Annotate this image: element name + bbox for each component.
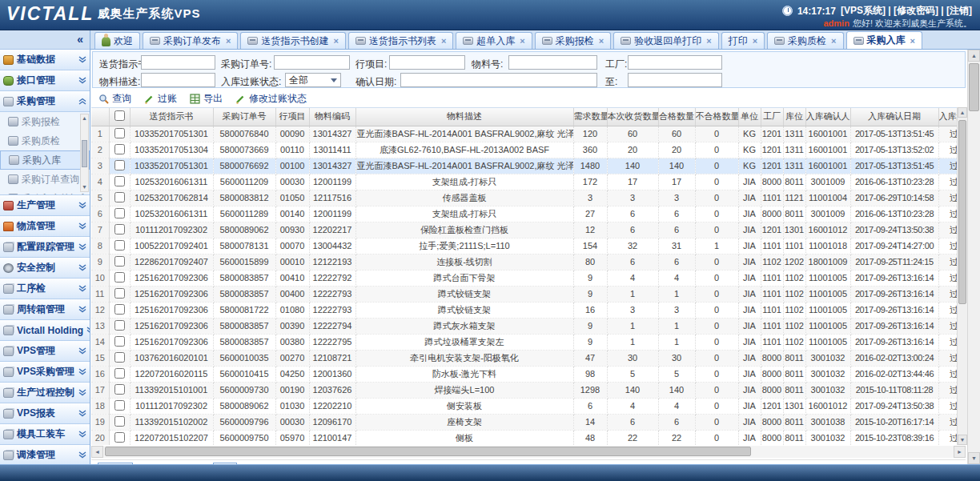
delivery-note-input[interactable] — [141, 55, 215, 70]
table-row[interactable]: 2 103352017051304 5800073669 00110 13011… — [91, 142, 966, 158]
tab[interactable]: 采购订单发布 × — [143, 32, 238, 49]
sidebar-item[interactable]: 采购质检 — [0, 131, 90, 150]
table-row[interactable]: 6 102532016061311 5600011289 00140 12001… — [91, 206, 966, 222]
scroll-up-icon[interactable]: ▲ — [968, 50, 980, 62]
column-header[interactable]: 不合格数量 — [695, 108, 738, 126]
po-no-input[interactable] — [274, 55, 350, 70]
scroll-down-icon[interactable]: ▼ — [968, 452, 980, 464]
row-checkbox[interactable] — [114, 384, 125, 395]
close-icon[interactable]: × — [706, 36, 711, 46]
table-row[interactable]: 10 125162017092306 5800083857 00410 1222… — [91, 270, 966, 286]
tab[interactable]: 送货指示书列表 × — [348, 32, 453, 49]
scroll-up-icon[interactable]: ▲ — [81, 114, 88, 122]
sidebar-group[interactable]: 生产管理 — [0, 195, 90, 216]
sidebar-group[interactable]: VPS报表 — [0, 403, 90, 424]
table-row[interactable]: 7 101112017092302 5800089062 00930 12202… — [91, 222, 966, 238]
tab[interactable]: 送货指示书创建 × — [240, 32, 345, 49]
table-row[interactable]: 17 113392015101001 5600009730 00190 1203… — [91, 382, 966, 398]
material-no-input[interactable] — [508, 55, 597, 70]
row-checkbox[interactable] — [114, 368, 125, 379]
row-checkbox[interactable] — [114, 272, 125, 283]
tab[interactable]: 验收退回单打印 × — [613, 32, 718, 49]
column-header[interactable]: 单位 — [738, 108, 761, 126]
close-icon[interactable]: × — [831, 36, 836, 46]
row-checkbox[interactable] — [114, 432, 125, 443]
scroll-up-icon[interactable]: ▲ — [958, 107, 967, 118]
column-header[interactable]: 送货指示书 — [130, 108, 213, 126]
tab[interactable]: 采购报检 × — [535, 32, 611, 49]
table-vertical-scrollbar[interactable]: ▲ ▼ — [957, 107, 967, 445]
scroll-left-icon[interactable]: ◄ — [91, 446, 103, 458]
close-icon[interactable]: × — [333, 36, 338, 46]
sidebar-group[interactable]: 周转箱管理 — [0, 299, 90, 320]
sidebar-group[interactable]: 生产过程控制 — [0, 383, 90, 403]
sidebar-item[interactable]: 采购订单查询 — [0, 170, 90, 189]
row-checkbox[interactable] — [114, 176, 125, 186]
close-icon[interactable]: × — [226, 36, 231, 46]
line-item-input[interactable] — [389, 55, 465, 70]
table-row[interactable]: 8 100522017092401 5800078131 00070 13004… — [91, 238, 966, 254]
table-row[interactable]: 16 122072016020115 5600010415 04250 1200… — [91, 366, 966, 382]
page-scrollbar[interactable]: ▲ ▼ — [967, 50, 980, 464]
scroll-thumb[interactable] — [969, 63, 979, 111]
material-desc-input[interactable] — [141, 73, 215, 87]
tab[interactable]: 采购质检 × — [767, 32, 843, 49]
tab[interactable]: 采购入库 × — [846, 31, 922, 49]
column-header[interactable]: 本次收货数量 — [607, 108, 658, 126]
row-checkbox[interactable] — [114, 320, 125, 331]
table-row[interactable]: 15 103762016020101 5600010035 00270 1210… — [91, 350, 966, 366]
row-checkbox[interactable] — [114, 128, 125, 138]
sidebar-item[interactable]: 采购入库 — [0, 150, 90, 170]
posting-status-select[interactable]: 全部 — [285, 73, 341, 87]
submenu-scrollbar[interactable]: ▲ ▼ — [80, 114, 89, 192]
scroll-thumb[interactable] — [105, 447, 751, 456]
sidebar-group[interactable]: 工序检 — [0, 279, 90, 299]
column-header[interactable]: 工厂 — [761, 108, 783, 126]
table-row[interactable]: 4 102532016061311 5600011209 00030 12001… — [91, 174, 966, 190]
sidebar-item[interactable]: 采购报检 — [0, 112, 90, 131]
search-button[interactable]: 查询 — [98, 92, 131, 106]
table-row[interactable]: 9 122862017092407 5600015899 00010 12122… — [91, 254, 966, 270]
date-to-input[interactable] — [628, 73, 722, 87]
table-row[interactable]: 11 125162017092306 5800083857 00400 1222… — [91, 286, 966, 302]
column-header[interactable]: 合格数量 — [658, 108, 695, 126]
table-row[interactable]: 14 125162017092306 5800083857 00380 1222… — [91, 334, 966, 350]
sidebar-group[interactable]: 物流管理 — [0, 216, 90, 237]
session-links[interactable]: [VPS系统] | [修改密码] | [注销] — [841, 4, 972, 18]
row-checkbox[interactable] — [114, 192, 125, 202]
row-checkbox[interactable] — [114, 336, 125, 347]
close-icon[interactable]: × — [441, 36, 446, 46]
table-row[interactable]: 13 125162017092306 5800083857 00390 1222… — [91, 318, 966, 334]
confirm-date-input[interactable] — [400, 73, 597, 87]
table-row[interactable]: 18 101112017092302 5800089062 01030 1220… — [91, 398, 966, 414]
row-checkbox[interactable] — [114, 240, 125, 251]
close-icon[interactable]: × — [753, 36, 757, 46]
row-checkbox[interactable] — [114, 256, 125, 267]
scroll-down-icon[interactable]: ▼ — [958, 435, 967, 445]
table-row[interactable]: 12 125162017092306 5800081722 01080 1222… — [91, 302, 966, 318]
tab[interactable]: 打印 × — [721, 32, 765, 49]
row-checkbox[interactable] — [114, 208, 125, 218]
sidebar-group[interactable]: VPS管理 — [0, 341, 90, 362]
sidebar-item[interactable]: 采购入库单打印 — [0, 189, 90, 195]
sidebar-collapse-button[interactable]: « — [77, 33, 83, 46]
row-checkbox[interactable] — [114, 224, 125, 234]
column-header[interactable]: 采购订单号 — [213, 108, 275, 126]
sidebar-group[interactable]: 模具工装车 — [0, 424, 90, 445]
sidebar-group[interactable]: VPS采购管理 — [0, 362, 90, 383]
row-checkbox[interactable] — [114, 352, 125, 363]
scroll-thumb[interactable] — [82, 140, 87, 167]
table-row[interactable]: 20 122072015102207 5600009750 05970 1210… — [91, 430, 966, 445]
sidebar-group[interactable]: 配置跟踪管理 — [0, 237, 90, 258]
modify-status-button[interactable]: 修改过账状态 — [235, 92, 307, 106]
select-all-checkbox[interactable] — [114, 110, 125, 121]
tab[interactable]: 超单入库 × — [456, 32, 532, 49]
row-checkbox[interactable] — [114, 144, 125, 154]
column-header[interactable]: 需求数量 — [573, 108, 607, 126]
tab[interactable]: 欢迎 — [94, 32, 140, 49]
row-checkbox[interactable] — [114, 304, 125, 315]
post-button[interactable]: 过账 — [144, 92, 177, 106]
column-header[interactable]: 行项目 — [275, 108, 309, 126]
close-icon[interactable]: × — [910, 36, 915, 46]
sidebar-group[interactable]: Victall Holding — [0, 320, 90, 341]
